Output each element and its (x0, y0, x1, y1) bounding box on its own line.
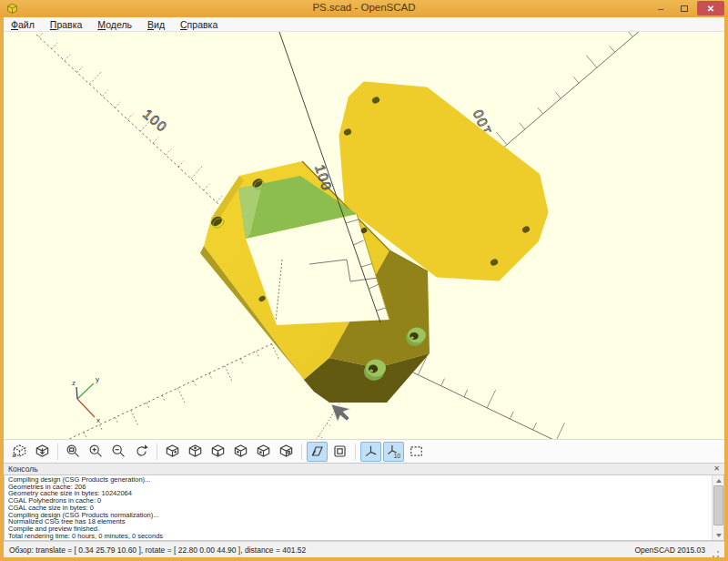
console-panel[interactable]: Compiling design (CSG Products generatio… (4, 474, 724, 541)
toolbar-render-button[interactable] (32, 442, 53, 462)
gizmo-z-axis (76, 387, 77, 399)
toolbar-show-scale-markers-button[interactable]: 10 (383, 442, 404, 462)
console-scrollbar[interactable] (712, 475, 723, 540)
gizmo-y-label: y (96, 375, 99, 383)
toolbar-separator (355, 444, 356, 460)
view-top-icon (187, 444, 203, 459)
scroll-up-icon[interactable] (713, 475, 724, 485)
toolbar-reset-view-button[interactable] (131, 442, 152, 462)
maximize-button[interactable] (673, 1, 695, 15)
toolbar-separator (301, 444, 302, 460)
console-line: Compiling design (CSG Products generatio… (8, 476, 709, 484)
view-right-icon (165, 444, 180, 459)
console-close-button[interactable]: ✕ (713, 465, 720, 473)
gizmo-x-axis (77, 399, 95, 417)
toolbar-zoom-out-button[interactable] (108, 442, 129, 462)
window-title: PS.scad - OpenSCAD (0, 2, 728, 13)
view-perspective-icon (309, 444, 325, 459)
scale-label-x-neg: 100 (140, 106, 171, 135)
toolbar-view-top-button[interactable] (185, 442, 206, 462)
toolbar-show-crosshairs-button[interactable] (406, 442, 427, 462)
toolbar-separator (57, 444, 58, 460)
scale-10-label: 10 (394, 453, 401, 459)
menu-file[interactable]: Файл (11, 19, 35, 30)
console-close-icon: ✕ (713, 464, 720, 473)
gizmo-z-label: z (72, 379, 76, 387)
toolbar-show-axes-button[interactable] (360, 442, 381, 462)
toolbar-view-orthogonal-button[interactable] (329, 442, 350, 462)
scroll-down-icon[interactable] (713, 530, 724, 540)
close-button[interactable]: ✕ (697, 1, 724, 15)
toolbar-view-right-button[interactable] (162, 442, 183, 462)
view-left-icon (233, 444, 248, 459)
view-toolbar: » (4, 439, 724, 463)
view-front-icon (256, 444, 271, 459)
gizmo-y-axis (77, 383, 94, 399)
mouse-cursor (331, 404, 350, 422)
toolbar-view-perspective-button[interactable] (307, 442, 328, 462)
toolbar-view-front-button[interactable] (253, 442, 274, 462)
minimize-icon: – (658, 3, 663, 14)
version-text: OpenSCAD 2015.03 (635, 546, 706, 555)
toolbar-view-left-button[interactable] (230, 442, 251, 462)
view-bottom-icon (210, 444, 226, 459)
menu-view[interactable]: Вид (147, 19, 165, 30)
gizmo-x-label: x (96, 416, 100, 424)
toolbar-view-bottom-button[interactable] (207, 442, 228, 462)
camera-status-text: Обзор: translate = [ 0.34 25.79 10.60 ],… (9, 546, 635, 555)
render-icon (35, 444, 50, 459)
3d-scene: 100 100 (4, 32, 724, 439)
view-back-icon (278, 444, 294, 459)
minimize-button[interactable]: – (650, 1, 672, 15)
close-icon: ✕ (707, 4, 714, 14)
preview-icon: » (12, 451, 16, 459)
zoom-out-icon (111, 444, 126, 459)
axis-gizmo: x y z (72, 375, 100, 424)
console-line: CGAL Polyhedrons in cache: 0 (8, 497, 709, 505)
resize-grip[interactable] (713, 551, 719, 557)
reset-view-icon (134, 444, 149, 459)
zoom-all-icon (66, 444, 81, 459)
openscad-window: PS.scad - OpenSCAD – ✕ Файл Правка Модел… (0, 0, 728, 561)
status-bar: Обзор: translate = [ 0.34 25.79 10.60 ],… (4, 541, 724, 557)
toolbar-zoom-all-button[interactable] (63, 442, 84, 462)
zoom-in-icon (88, 444, 104, 459)
toolbar-preview-button[interactable]: » (9, 442, 30, 462)
title-bar[interactable]: PS.scad - OpenSCAD – ✕ (0, 0, 728, 17)
console-line: Geometry cache size in bytes: 10242064 (8, 490, 709, 497)
menu-help[interactable]: Справка (180, 19, 217, 30)
maximize-icon (681, 5, 688, 12)
scrollbar-thumb[interactable] (713, 485, 723, 525)
menu-design[interactable]: Модель (97, 19, 132, 30)
toolbar-zoom-in-button[interactable] (86, 442, 106, 462)
3d-viewport[interactable]: 100 100 (4, 32, 724, 439)
show-crosshairs-icon (409, 444, 424, 459)
view-orthogonal-icon (332, 444, 348, 459)
console-line: Total rendering time: 0 hours, 0 minutes… (8, 533, 709, 540)
show-axes-icon (363, 444, 379, 459)
show-scale-markers-icon: 10 (386, 444, 401, 459)
console-title: Консоль (8, 464, 713, 474)
toolbar-separator (157, 444, 157, 460)
console-log: Compiling design (CSG Products generatio… (8, 476, 709, 539)
console-header[interactable]: Консоль ✕ (4, 463, 724, 474)
menu-edit[interactable]: Правка (50, 19, 82, 30)
toolbar-view-back-button[interactable] (276, 442, 297, 462)
console-line: Normalized CSG tree has 18 elements (8, 518, 709, 525)
menu-bar: Файл Правка Модель Вид Справка (4, 17, 724, 32)
